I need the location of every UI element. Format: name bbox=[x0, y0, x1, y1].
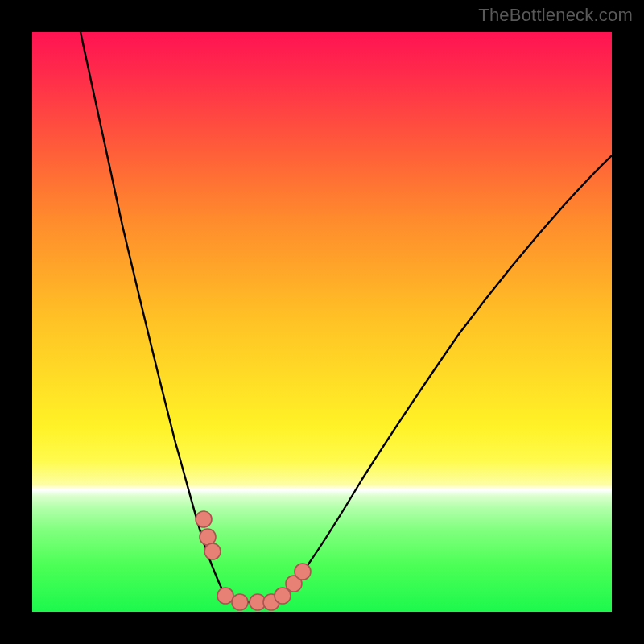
bead-point bbox=[196, 511, 212, 527]
chart-container: TheBottleneck.com bbox=[0, 0, 644, 644]
bead-group bbox=[196, 511, 311, 610]
bead-point bbox=[217, 588, 233, 604]
bead-point bbox=[204, 543, 221, 559]
bead-point bbox=[200, 529, 216, 545]
plot-area bbox=[32, 32, 612, 612]
bead-layer bbox=[32, 32, 612, 612]
bead-point bbox=[232, 594, 248, 610]
bead-point bbox=[295, 564, 311, 580]
watermark-text: TheBottleneck.com bbox=[478, 5, 633, 26]
